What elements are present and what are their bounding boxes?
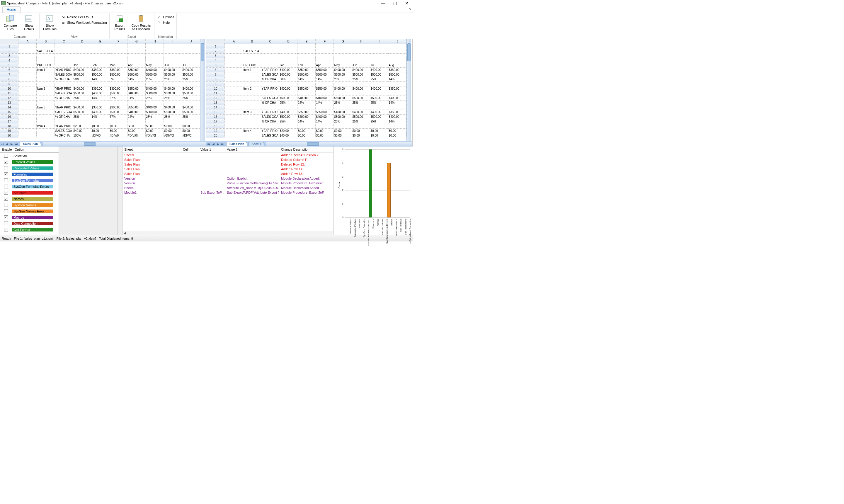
cell[interactable]: SALES GOA	[54, 128, 73, 133]
cell[interactable]	[36, 114, 54, 119]
cell[interactable]: 25%	[352, 100, 370, 105]
cell[interactable]: YEAR PRIO	[54, 86, 73, 91]
option-checkbox[interactable]: ✓	[4, 197, 8, 201]
options-scrollbar[interactable]	[118, 146, 122, 235]
cell[interactable]	[225, 91, 243, 95]
cell[interactable]	[352, 53, 370, 58]
cell[interactable]: 0%	[109, 77, 127, 82]
cell[interactable]: $500.00	[145, 72, 163, 77]
cell[interactable]: Item 1	[36, 67, 54, 72]
cell[interactable]: $0.00	[352, 128, 370, 133]
cell[interactable]	[279, 124, 297, 128]
cell[interactable]: $500.00	[109, 91, 127, 95]
cell[interactable]: 100%	[73, 133, 91, 138]
option-row[interactable]: Calculated Values	[0, 165, 53, 171]
cell[interactable]	[127, 119, 145, 124]
cell[interactable]: $600.00	[279, 72, 297, 77]
cell[interactable]	[18, 91, 36, 95]
results-col-desc[interactable]: Change Description	[279, 148, 333, 151]
cell[interactable]: $0.00	[315, 128, 334, 133]
cell[interactable]	[261, 105, 279, 110]
cell[interactable]: 25%	[279, 119, 297, 124]
cell[interactable]	[297, 124, 315, 128]
cell[interactable]	[54, 49, 73, 53]
result-row[interactable]: VersionPublic Function GetVersion() As S…	[123, 181, 333, 185]
cell[interactable]	[334, 91, 352, 95]
cell[interactable]	[36, 77, 54, 82]
cell[interactable]	[18, 105, 36, 110]
cell[interactable]: $500.00	[279, 95, 297, 100]
cell[interactable]: $400.00	[388, 114, 406, 119]
cell[interactable]	[225, 44, 243, 49]
cell[interactable]: 25%	[182, 114, 200, 119]
cell[interactable]: $300.00	[109, 86, 127, 91]
cell[interactable]: YEAR PRIO	[261, 86, 279, 91]
result-row[interactable]: Sales PlanDeleted Column F.	[123, 157, 333, 162]
cell[interactable]: $0.00	[163, 124, 182, 128]
cell[interactable]	[225, 82, 243, 86]
option-row[interactable]: SysGen Formulas	[0, 177, 53, 183]
cell[interactable]	[163, 58, 182, 63]
cell[interactable]: $350.00	[388, 86, 406, 91]
option-checkbox[interactable]	[4, 221, 8, 225]
cell[interactable]	[352, 105, 370, 110]
cell[interactable]	[243, 82, 261, 86]
cell[interactable]: $400.00	[315, 95, 334, 100]
cell[interactable]: Item 2	[36, 86, 54, 91]
cell[interactable]	[352, 49, 370, 53]
cell[interactable]	[109, 100, 127, 105]
cell[interactable]: May	[145, 63, 163, 67]
cell[interactable]	[370, 82, 388, 86]
cell[interactable]: $20.00	[279, 128, 297, 133]
option-checkbox[interactable]: ✓	[4, 172, 8, 176]
cell[interactable]	[225, 95, 243, 100]
cell[interactable]: SALES GOA	[54, 72, 73, 77]
cell[interactable]	[279, 82, 297, 86]
cell[interactable]	[18, 49, 36, 53]
cell[interactable]	[225, 67, 243, 72]
close-button[interactable]: ✕	[401, 0, 413, 6]
cell[interactable]	[18, 119, 36, 124]
option-checkbox[interactable]	[4, 154, 8, 158]
cell[interactable]: $350.00	[91, 105, 109, 110]
cell[interactable]: 14%	[91, 95, 109, 100]
cell[interactable]: 25%	[145, 95, 163, 100]
cell[interactable]	[315, 91, 334, 95]
cell[interactable]	[297, 91, 315, 95]
cell[interactable]: $350.00	[388, 110, 406, 114]
left-vertical-scrollbar[interactable]	[200, 39, 205, 141]
cell[interactable]	[127, 53, 145, 58]
cell[interactable]	[261, 82, 279, 86]
cell[interactable]	[279, 49, 297, 53]
cell[interactable]	[279, 91, 297, 95]
cell[interactable]: Jun	[163, 63, 182, 67]
cell[interactable]	[91, 119, 109, 124]
cell[interactable]	[145, 58, 163, 63]
cell[interactable]: $0.00	[334, 133, 352, 138]
cell[interactable]: $500.00	[297, 72, 315, 77]
cell[interactable]: $0.00	[370, 133, 388, 138]
cell[interactable]	[243, 53, 261, 58]
cell[interactable]: $0.00	[145, 124, 163, 128]
cell[interactable]: $40.00	[279, 133, 297, 138]
cell[interactable]	[182, 82, 200, 86]
cell[interactable]	[388, 82, 406, 86]
cell[interactable]: 25%	[163, 77, 182, 82]
cell[interactable]	[225, 124, 243, 128]
cell[interactable]: 25%	[334, 77, 352, 82]
option-row[interactable]: ✓Macros	[0, 214, 53, 220]
cell[interactable]: $0.00	[109, 124, 127, 128]
cell[interactable]	[225, 63, 243, 67]
cell[interactable]: SALES GOA	[261, 95, 279, 100]
cell[interactable]: YEAR PRIO	[54, 124, 73, 128]
cell[interactable]	[225, 49, 243, 53]
cell[interactable]	[334, 105, 352, 110]
cell[interactable]: Feb	[297, 63, 315, 67]
cell[interactable]: Item 4	[36, 124, 54, 128]
cell[interactable]: Jul	[182, 63, 200, 67]
cell[interactable]	[261, 44, 279, 49]
cell[interactable]: 14%	[297, 100, 315, 105]
cell[interactable]: 50%	[73, 77, 91, 82]
cell[interactable]: Aug	[388, 63, 406, 67]
cell[interactable]: $400.00	[370, 86, 388, 91]
